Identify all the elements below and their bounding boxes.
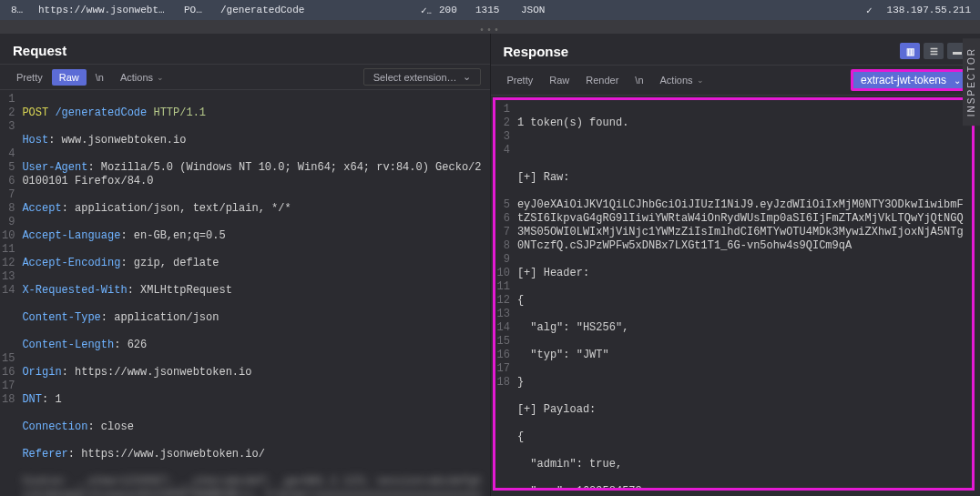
- blurred-cookie: Cookie: __utma=1234567; __utmz=abcdef; _…: [22, 475, 484, 496]
- request-editor[interactable]: 123 4567891011121314 15161718 POST /gene…: [0, 90, 490, 496]
- check-icon: ✓: [413, 5, 432, 16]
- row-mime: JSON: [514, 5, 568, 15]
- chevron-down-icon: ⌄: [697, 76, 704, 85]
- check-icon: ✓: [859, 5, 880, 16]
- proxy-history-row[interactable]: 842 https://www.jsonwebtoke… POST /gener…: [0, 0, 980, 20]
- select-extension-dropdown[interactable]: Select extension… ⌄: [363, 68, 481, 86]
- inspector-tab[interactable]: INSPECTOR: [963, 38, 980, 126]
- chevron-down-icon: ⌄: [157, 73, 164, 82]
- actions-menu[interactable]: Actions ⌄: [653, 72, 711, 88]
- row-path: /generatedCode: [213, 5, 413, 15]
- chevron-down-icon: ⌄: [954, 76, 961, 86]
- chevron-down-icon: ⌄: [463, 71, 471, 83]
- request-code[interactable]: POST /generatedCode HTTP/1.1 Host: www.j…: [20, 90, 489, 496]
- response-title: Response: [504, 44, 569, 59]
- request-title: Request: [13, 43, 66, 58]
- extract-jwt-tokens-button[interactable]: extract-jwt-tokens ⌄: [851, 69, 971, 91]
- tab-wrap[interactable]: \n: [628, 72, 650, 88]
- request-toolbar: Pretty Raw \n Actions ⌄ Select extension…: [0, 64, 490, 90]
- line-gutter: 1234 56789101112131415161718: [495, 100, 516, 488]
- response-code[interactable]: 1 token(s) found. [+] Raw: eyJ0eXAiOiJKV…: [516, 100, 972, 488]
- tab-pretty[interactable]: Pretty: [500, 72, 541, 88]
- grip-icon: •••: [479, 25, 501, 35]
- row-url: https://www.jsonwebtoke…: [31, 5, 177, 15]
- actions-menu[interactable]: Actions ⌄: [113, 69, 171, 86]
- request-panel: Request Pretty Raw \n Actions ⌄ Select e…: [0, 34, 491, 496]
- response-panel: Response ▥ ☰ ▬ Pretty Raw Render \n Acti…: [491, 34, 981, 496]
- tab-raw[interactable]: Raw: [52, 69, 87, 86]
- tab-render[interactable]: Render: [578, 72, 626, 88]
- row-status: 200: [432, 5, 468, 15]
- response-editor[interactable]: 1234 56789101112131415161718 1 token(s) …: [493, 97, 975, 491]
- splitter-handle[interactable]: •••: [0, 20, 980, 34]
- row-method: POST: [177, 5, 213, 15]
- tab-pretty[interactable]: Pretty: [9, 69, 50, 86]
- line-gutter: 123 4567891011121314 15161718: [0, 90, 20, 496]
- response-toolbar: Pretty Raw Render \n Actions ⌄ extract-j…: [491, 65, 981, 96]
- layout-columns-icon[interactable]: ▥: [900, 43, 920, 59]
- layout-rows-icon[interactable]: ☰: [924, 43, 944, 59]
- row-ip: 138.197.55.211: [880, 5, 976, 15]
- tab-raw[interactable]: Raw: [542, 72, 577, 88]
- row-length: 1315: [468, 5, 514, 15]
- tab-wrap[interactable]: \n: [88, 69, 111, 86]
- row-num: 842: [4, 5, 31, 15]
